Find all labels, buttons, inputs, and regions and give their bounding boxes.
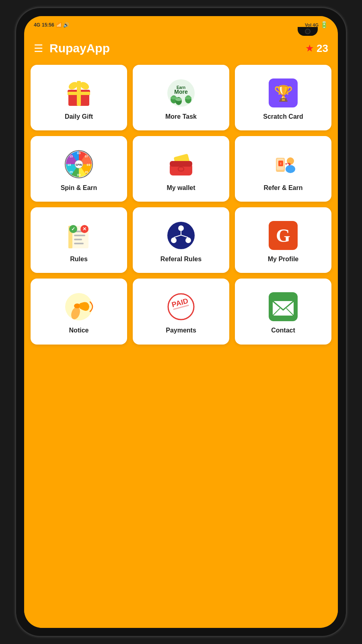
referral-rules-icon (165, 219, 197, 252)
daily-gift-button[interactable]: Daily Gift (31, 65, 127, 130)
svg-point-62 (74, 303, 80, 308)
svg-point-53 (171, 237, 177, 243)
refer-svg: ! (269, 150, 298, 179)
daily-gift-label: Daily Gift (65, 113, 93, 120)
rules-icon: ✓ ✕ (63, 219, 95, 252)
svg-text:00: 00 (77, 173, 81, 177)
referral-svg (167, 221, 195, 250)
wallet-svg (167, 150, 195, 179)
svg-rect-45 (74, 239, 82, 240)
scratch-svg: 🏆 (269, 78, 298, 107)
menu-grid: Daily Gift Earn M (24, 61, 338, 349)
star-count: 23 (317, 42, 328, 55)
earn-more-svg: Earn More (167, 78, 195, 107)
contact-icon (267, 291, 299, 323)
refer-earn-button[interactable]: ! Refer & Earn (235, 136, 331, 202)
svg-point-11 (175, 98, 182, 101)
refer-earn-icon: ! (267, 148, 299, 180)
payments-icon: PAID (165, 291, 197, 323)
my-profile-label: My Profile (268, 256, 298, 263)
more-task-button[interactable]: Earn More More Task (133, 65, 229, 130)
camera-notch (298, 27, 318, 36)
scratch-card-icon: 🏆 (267, 77, 299, 109)
svg-rect-31 (170, 161, 192, 167)
rules-label: Rules (70, 256, 88, 263)
notice-label: Notice (69, 327, 89, 334)
svg-point-52 (178, 225, 184, 231)
svg-text:20: 20 (85, 171, 88, 173)
more-task-label: More Task (165, 113, 197, 120)
spin-earn-label: Spin & Earn (61, 184, 97, 192)
svg-text:🏆: 🏆 (274, 84, 293, 103)
my-wallet-label: My wallet (167, 184, 195, 192)
notice-icon (63, 291, 95, 323)
svg-text:✕: ✕ (82, 226, 86, 232)
scratch-card-label: Scratch Card (263, 113, 303, 120)
stars-badge: ★ 23 (305, 42, 328, 55)
svg-rect-33 (179, 167, 183, 171)
daily-gift-icon (63, 77, 95, 109)
my-profile-icon: G (267, 219, 299, 252)
svg-point-6 (77, 85, 81, 89)
contact-button[interactable]: Contact (235, 279, 331, 344)
app-header: ☰ RupayApp ★ 23 (24, 37, 338, 61)
referral-rules-label: Referal Rules (160, 256, 202, 263)
spin-svg: SPIN 00 03 00 10 07 20 05 15 (64, 150, 93, 179)
payments-svg: PAID (167, 292, 195, 321)
svg-text:10: 10 (68, 163, 71, 167)
svg-point-39 (286, 165, 295, 173)
camera-dot (305, 29, 311, 34)
svg-point-13 (185, 96, 191, 99)
svg-text:15: 15 (70, 155, 73, 158)
vol-signal: Vol 4G (305, 23, 319, 27)
svg-text:05: 05 (70, 171, 73, 173)
svg-text:SPIN: SPIN (76, 163, 82, 166)
svg-text:More: More (174, 89, 188, 95)
scratch-card-button[interactable]: 🏆 Scratch Card (235, 65, 331, 130)
more-task-icon: Earn More (165, 77, 197, 109)
svg-rect-44 (74, 235, 85, 236)
payments-label: Payments (166, 327, 196, 334)
notice-svg (64, 292, 93, 321)
spin-earn-icon: SPIN 00 03 00 10 07 20 05 15 (63, 148, 95, 180)
my-profile-button[interactable]: G My Profile (235, 207, 331, 273)
profile-svg: G (269, 221, 298, 250)
payments-button[interactable]: PAID Payments (133, 279, 229, 344)
phone-frame: 4G 15:56 📶 🔊 Vol 4G 🔋 ☰ RupayApp ★ (16, 8, 346, 636)
my-wallet-button[interactable]: My wallet (133, 136, 229, 202)
svg-text:✓: ✓ (71, 226, 75, 232)
phone-screen: 4G 15:56 📶 🔊 Vol 4G 🔋 ☰ RupayApp ★ (24, 16, 338, 628)
svg-text:!: ! (280, 162, 282, 165)
svg-point-54 (185, 237, 191, 243)
rules-svg: ✓ ✕ (64, 221, 93, 250)
svg-rect-46 (74, 243, 84, 244)
contact-label: Contact (271, 327, 295, 334)
referral-rules-button[interactable]: Referal Rules (133, 207, 229, 273)
contact-svg (269, 292, 298, 321)
rules-button[interactable]: ✓ ✕ Rules (31, 207, 127, 273)
menu-button[interactable]: ☰ (34, 42, 43, 55)
star-icon: ★ (305, 43, 314, 54)
bottom-space (24, 349, 338, 628)
refer-earn-label: Refer & Earn (264, 184, 303, 192)
notice-button[interactable]: Notice (31, 279, 127, 344)
my-wallet-icon (165, 148, 197, 180)
spin-earn-button[interactable]: SPIN 00 03 00 10 07 20 05 15 Spin & Earn (31, 136, 127, 202)
svg-text:03: 03 (87, 163, 90, 167)
svg-text:00: 00 (77, 151, 81, 155)
gift-svg (64, 78, 93, 107)
app-title: RupayApp (49, 41, 110, 55)
svg-text:G: G (276, 225, 290, 246)
svg-text:07: 07 (85, 155, 88, 158)
